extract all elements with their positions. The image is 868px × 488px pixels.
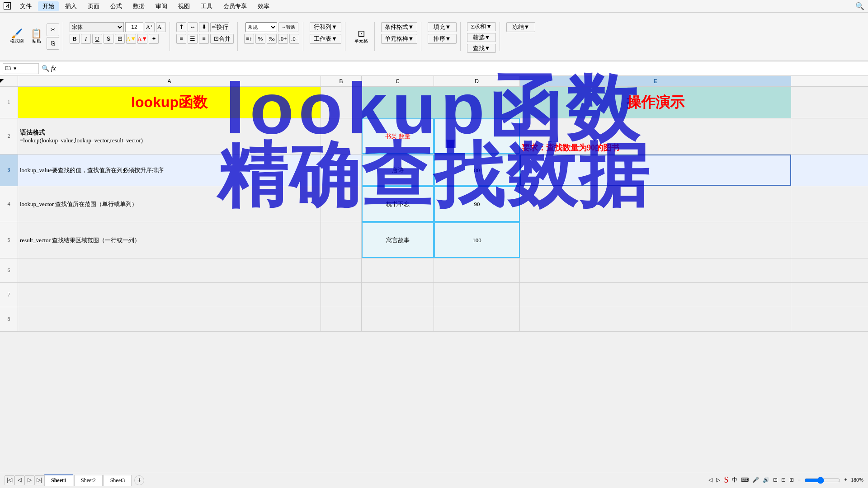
convert-button[interactable]: →转换 bbox=[278, 22, 298, 32]
cell-c3[interactable]: 唐诗 bbox=[362, 155, 434, 186]
scroll-right-icon[interactable]: ▷ bbox=[716, 477, 720, 483]
cell-d7[interactable] bbox=[434, 283, 520, 307]
cell-b1[interactable] bbox=[321, 87, 362, 118]
merge-center-button[interactable]: ⊡合并 bbox=[210, 34, 234, 44]
cell-e7[interactable] bbox=[520, 283, 791, 307]
bold-button[interactable]: B bbox=[70, 34, 80, 44]
cond-format-button[interactable]: 条件格式▼ bbox=[381, 22, 417, 32]
formula-input[interactable] bbox=[58, 63, 865, 74]
align-center-button[interactable]: ☰ bbox=[188, 34, 198, 44]
cell-e2[interactable]: 要求：查找数量为90的图书 bbox=[520, 118, 791, 154]
align-right-button[interactable]: ≡ bbox=[199, 34, 209, 44]
copy-button[interactable]: ⎘ bbox=[47, 37, 59, 50]
cell-d3[interactable]: 80 bbox=[434, 155, 520, 186]
menu-file[interactable]: 文件 bbox=[15, 1, 36, 11]
speaker-icon[interactable]: 🔊 bbox=[763, 477, 769, 483]
align-bottom-button[interactable]: ⬇ bbox=[199, 22, 209, 32]
sum-button[interactable]: Σ求和▼ bbox=[467, 22, 496, 31]
cell-a5[interactable]: result_vector 查找结果区域范围（一行或一列） bbox=[18, 222, 321, 258]
wrap-text-button[interactable]: ⏎换行 bbox=[210, 22, 229, 32]
sheet-nav-next-button[interactable]: ▷ bbox=[24, 475, 34, 485]
cell-ref-dropdown-icon[interactable]: ▼ bbox=[13, 66, 17, 71]
cell-b6[interactable] bbox=[321, 258, 362, 282]
sheet-tab-3[interactable]: Sheet3 bbox=[104, 475, 132, 486]
cell-e3[interactable] bbox=[520, 155, 791, 186]
normal-view-icon[interactable]: ⊡ bbox=[773, 477, 778, 483]
cell-b2[interactable] bbox=[321, 118, 362, 154]
format-painter-button[interactable]: 🖌️ 格式刷 bbox=[7, 27, 26, 46]
number-format-select[interactable]: 常规 数字 货币 bbox=[245, 22, 277, 32]
sheet-nav-first-button[interactable]: |◁ bbox=[5, 475, 14, 485]
input-method-icon[interactable]: ⌨ bbox=[741, 477, 749, 483]
align-left-button[interactable]: ≡ bbox=[176, 34, 186, 44]
cell-d6[interactable] bbox=[434, 258, 520, 282]
cell-a2[interactable]: 语法格式 =lookup(lookup_value,lookup_vector,… bbox=[18, 118, 321, 154]
cell-a3[interactable]: lookup_value要查找的值，查找值所在列必须按升序排序 bbox=[18, 155, 321, 186]
menu-formula[interactable]: 公式 bbox=[106, 1, 127, 11]
strikethrough-button[interactable]: S̶ bbox=[104, 34, 113, 44]
select-all-button[interactable]: ◤ bbox=[0, 78, 4, 83]
cut-button[interactable]: ✂ bbox=[47, 23, 59, 36]
cell-c1[interactable] bbox=[362, 87, 434, 118]
cell-a1[interactable]: lookup函数 bbox=[18, 87, 321, 118]
menu-data[interactable]: 数据 bbox=[128, 1, 149, 11]
add-sheet-button[interactable]: + bbox=[134, 475, 144, 485]
cell-c2[interactable]: 书类 数量 bbox=[362, 118, 434, 154]
thousand-sep-button[interactable]: ‰ bbox=[267, 34, 277, 44]
fill-button[interactable]: 填充▼ bbox=[428, 22, 457, 32]
font-size-decrease-button[interactable]: A⁻ bbox=[156, 22, 166, 32]
percent-arrow-button[interactable]: ≡↑ bbox=[244, 34, 254, 44]
row-col-button[interactable]: 行和列▼ bbox=[310, 22, 341, 32]
sheet-nav-prev-button[interactable]: ◁ bbox=[14, 475, 24, 485]
cell-a4[interactable]: lookup_vector 查找值所在范围（单行或单列） bbox=[18, 186, 321, 222]
col-header-c[interactable]: C bbox=[362, 76, 434, 86]
cell-a6[interactable] bbox=[18, 258, 321, 282]
freeze-button[interactable]: 冻结▼ bbox=[506, 22, 535, 32]
cell-c4[interactable]: 枕书不忘 bbox=[362, 186, 434, 222]
decimal-decrease-button[interactable]: .0- bbox=[289, 34, 299, 44]
decimal-increase-button[interactable]: .0+ bbox=[278, 34, 288, 44]
page-break-icon[interactable]: ⊞ bbox=[789, 477, 794, 483]
zoom-slider[interactable] bbox=[804, 477, 840, 484]
page-layout-icon[interactable]: ⊟ bbox=[781, 477, 786, 483]
cell-e8[interactable] bbox=[520, 307, 791, 331]
menu-tools[interactable]: 工具 bbox=[196, 1, 217, 11]
menu-insert[interactable]: 插入 bbox=[61, 1, 81, 11]
font-size-input[interactable] bbox=[125, 22, 143, 32]
cell-e4[interactable] bbox=[520, 186, 791, 222]
cell-d2[interactable] bbox=[434, 118, 520, 154]
menu-start[interactable]: 开始 bbox=[38, 1, 59, 11]
cell-b5[interactable] bbox=[321, 222, 362, 258]
cell-b8[interactable] bbox=[321, 307, 362, 331]
find-button[interactable]: 查找▼ bbox=[467, 44, 496, 53]
menu-page[interactable]: 页面 bbox=[83, 1, 104, 11]
cell-e5[interactable] bbox=[520, 222, 791, 258]
menu-efficiency[interactable]: 效率 bbox=[253, 1, 274, 11]
clear-format-button[interactable]: ✦ bbox=[149, 34, 159, 44]
cell-d4[interactable]: 90 bbox=[434, 186, 520, 222]
search-icon[interactable]: 🔍 bbox=[855, 2, 864, 10]
cell-a7[interactable] bbox=[18, 283, 321, 307]
align-top-button[interactable]: ⬆ bbox=[176, 22, 186, 32]
cell-d5[interactable]: 100 bbox=[434, 222, 520, 258]
worksheet-button[interactable]: 工作表▼ bbox=[310, 34, 341, 44]
cell-e6[interactable] bbox=[520, 258, 791, 282]
underline-button[interactable]: U bbox=[92, 34, 102, 44]
col-header-a[interactable]: A bbox=[18, 76, 321, 86]
cell-format-button[interactable]: 单元格样▼ bbox=[381, 34, 417, 44]
font-size-increase-button[interactable]: A⁺ bbox=[145, 22, 155, 32]
formula-search-icon[interactable]: 🔍 bbox=[42, 65, 49, 72]
align-middle-button[interactable]: ↔ bbox=[188, 22, 198, 32]
cell-d8[interactable] bbox=[434, 307, 520, 331]
cell-reference-box[interactable]: E3 ▼ bbox=[3, 63, 39, 74]
zoom-out-icon[interactable]: − bbox=[797, 477, 801, 483]
cell-e1[interactable]: 操作演示 bbox=[520, 87, 791, 118]
cell-b4[interactable] bbox=[321, 186, 362, 222]
sheet-tab-2[interactable]: Sheet2 bbox=[74, 475, 103, 486]
paste-button[interactable]: 📋 粘贴 bbox=[28, 27, 45, 46]
col-header-d[interactable]: D bbox=[434, 76, 520, 86]
font-name-select[interactable]: 宋体 黑体 微软雅黑 bbox=[70, 22, 124, 32]
percent-button[interactable]: % bbox=[255, 34, 265, 44]
menu-view[interactable]: 视图 bbox=[174, 1, 194, 11]
menu-vip[interactable]: 会员专享 bbox=[219, 1, 251, 11]
